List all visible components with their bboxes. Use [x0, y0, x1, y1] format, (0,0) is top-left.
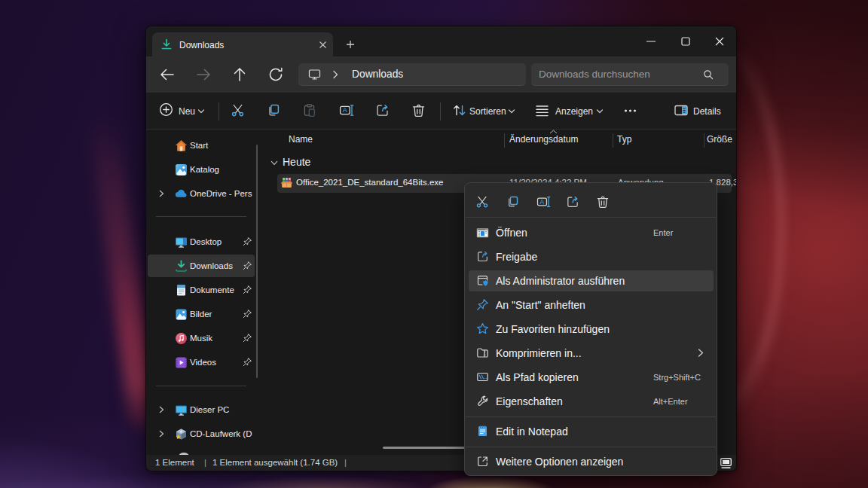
svg-text:A: A — [343, 106, 347, 114]
svg-text:A: A — [540, 198, 545, 206]
